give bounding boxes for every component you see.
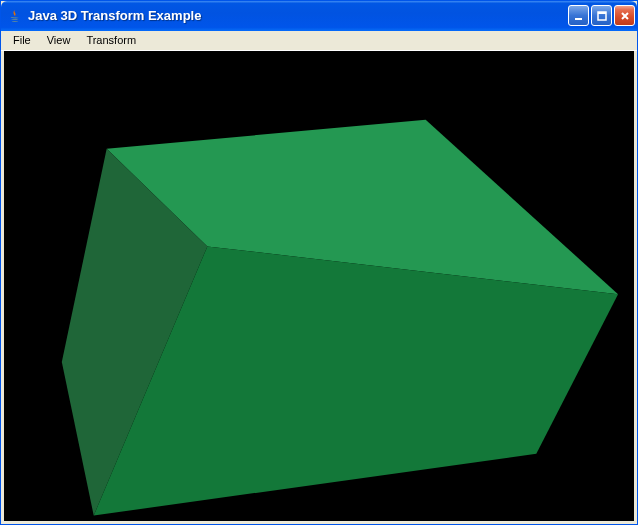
window-controls xyxy=(568,5,635,26)
maximize-button[interactable] xyxy=(591,5,612,26)
app-window: Java 3D Transform Example File View Tran… xyxy=(0,0,638,525)
window-title: Java 3D Transform Example xyxy=(28,8,568,23)
svg-rect-0 xyxy=(575,18,582,20)
3d-canvas[interactable] xyxy=(4,51,634,522)
close-button[interactable] xyxy=(614,5,635,26)
menu-view[interactable]: View xyxy=(39,32,79,48)
scene-svg xyxy=(4,51,634,522)
menubar: File View Transform xyxy=(1,31,637,51)
minimize-button[interactable] xyxy=(568,5,589,26)
menu-transform[interactable]: Transform xyxy=(78,32,144,48)
java-app-icon xyxy=(7,8,23,24)
menu-file[interactable]: File xyxy=(5,32,39,48)
svg-rect-2 xyxy=(598,12,606,14)
titlebar[interactable]: Java 3D Transform Example xyxy=(1,1,637,31)
